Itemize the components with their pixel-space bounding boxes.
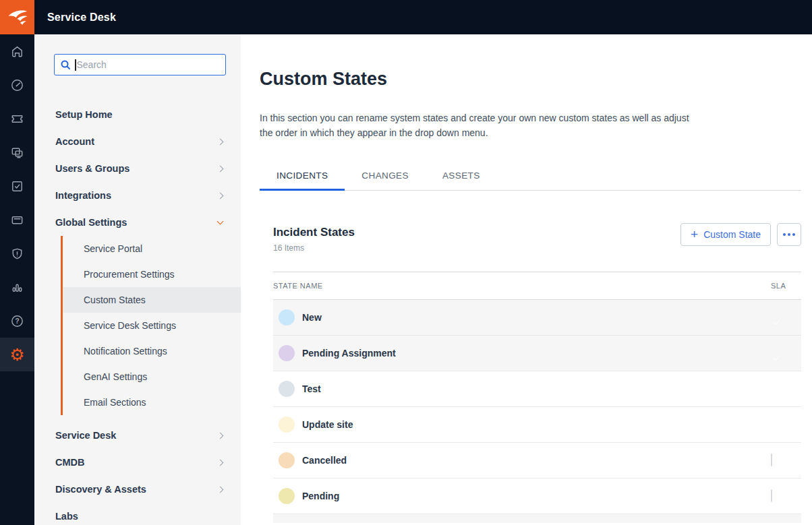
- ellipsis-icon: [783, 233, 786, 236]
- tab-assets[interactable]: ASSETS: [426, 171, 497, 190]
- chevron-icon: [217, 192, 224, 199]
- items-count: 16 Items: [273, 243, 355, 253]
- sidebar-item-procurement-settings[interactable]: Procurement Settings: [63, 261, 241, 287]
- sidebar-item-service-desk-settings[interactable]: Service Desk Settings: [63, 313, 241, 338]
- settings-gear-icon[interactable]: ⚙: [0, 338, 34, 371]
- page-description: In this section you can rename system st…: [260, 111, 691, 140]
- search-icon: [60, 59, 71, 70]
- state-color-dot: [279, 416, 295, 433]
- sidebar-item-users-groups[interactable]: Users & Groups: [34, 155, 241, 182]
- more-actions-button[interactable]: [777, 223, 801, 246]
- sidebar-subitem-label: Service Desk Settings: [84, 320, 176, 331]
- solarwinds-logo[interactable]: [0, 0, 34, 34]
- state-row-pending[interactable]: Pending: [273, 478, 801, 514]
- state-name: Pending: [302, 491, 771, 501]
- chevron-icon: [217, 218, 224, 224]
- search-box[interactable]: [54, 54, 226, 75]
- state-color-dot: [279, 488, 295, 504]
- app-title: Service Desk: [47, 11, 116, 24]
- sidebar-item-label: CMDB: [55, 457, 218, 468]
- help-icon[interactable]: ?: [0, 304, 34, 338]
- state-row-test[interactable]: Test: [273, 371, 801, 407]
- table-header: STATE NAME SLA: [273, 272, 801, 300]
- sidebar-item-label: Discovery & Assets: [55, 484, 218, 495]
- search-input[interactable]: [77, 59, 221, 70]
- sidebar-item-label: Global Settings: [55, 217, 218, 228]
- tab-label: INCIDENTS: [277, 171, 328, 181]
- task-check-icon[interactable]: [0, 169, 34, 203]
- settings-sidebar: Setup Home Account Users & Groups Integr…: [34, 34, 241, 525]
- chevron-icon: [217, 138, 224, 145]
- plus-icon: +: [691, 228, 698, 241]
- sidebar-item-global-settings[interactable]: Global Settings: [34, 209, 241, 236]
- devices-icon[interactable]: [0, 135, 34, 169]
- sidebar-item-custom-states[interactable]: Custom States: [63, 287, 241, 313]
- sidebar-subitem-label: Email Sections: [84, 397, 146, 408]
- text-cursor: [75, 59, 76, 71]
- state-color-dot: [279, 452, 295, 468]
- sidebar-subitem-label: GenAI Settings: [84, 371, 147, 382]
- chevron-icon: [217, 486, 224, 493]
- sidebar-item-label: Labs: [55, 511, 225, 522]
- sidebar-item-account[interactable]: Account: [34, 128, 241, 155]
- column-state-name: STATE NAME: [273, 282, 771, 290]
- main-content: Custom States In this section you can re…: [241, 34, 812, 525]
- state-color-dot: [279, 345, 295, 361]
- sidebar-item-label: Setup Home: [55, 109, 225, 120]
- home-icon[interactable]: [0, 34, 34, 68]
- partial-next-row: [273, 514, 801, 523]
- top-bar: Service Desk: [0, 0, 812, 34]
- svg-text:?: ?: [15, 317, 19, 325]
- chevron-icon: [217, 459, 224, 466]
- tab-label: ASSETS: [442, 171, 480, 181]
- sidebar-item-email-sections[interactable]: Email Sections: [63, 390, 241, 415]
- add-custom-state-button[interactable]: + Custom State: [680, 223, 771, 246]
- sla-checkbox[interactable]: [771, 454, 772, 466]
- sidebar-item-genai-settings[interactable]: GenAI Settings: [63, 364, 241, 390]
- sidebar-item-label: Integrations: [55, 190, 218, 201]
- state-row-cancelled[interactable]: Cancelled: [273, 443, 801, 478]
- sidebar-item-notification-settings[interactable]: Notification Settings: [63, 338, 241, 364]
- sidebar-item-cmdb[interactable]: CMDB: [34, 449, 241, 476]
- state-row-new[interactable]: New: [273, 300, 801, 336]
- section-title: Incident States: [273, 226, 355, 239]
- sidebar-subitem-label: Service Portal: [84, 243, 142, 254]
- state-row-pending-assignment[interactable]: Pending Assignment: [273, 336, 801, 371]
- column-sla: SLA: [771, 282, 801, 290]
- tab-incidents[interactable]: INCIDENTS: [260, 171, 345, 190]
- add-custom-state-label: Custom State: [703, 229, 761, 240]
- state-name: Cancelled: [302, 455, 771, 466]
- sidebar-subitem-label: Custom States: [84, 295, 146, 305]
- chevron-icon: [217, 432, 224, 439]
- sidebar-item-labs[interactable]: Labs: [34, 503, 241, 525]
- tab-label: CHANGES: [361, 171, 409, 181]
- sla-checkbox[interactable]: [771, 489, 772, 502]
- sidebar-item-label: Account: [55, 136, 218, 147]
- sidebar-item-service-desk[interactable]: Service Desk: [34, 422, 241, 449]
- card-icon[interactable]: [0, 203, 34, 237]
- sidebar-item-discovery-assets[interactable]: Discovery & Assets: [34, 476, 241, 503]
- sidebar-item-label: Users & Groups: [55, 163, 218, 174]
- table-body: New Pending Assignment Test Update site …: [273, 300, 801, 514]
- state-row-update-site[interactable]: Update site: [273, 407, 801, 443]
- chevron-icon: [217, 165, 224, 172]
- tab-bar: INCIDENTS CHANGES ASSETS: [260, 171, 801, 191]
- sidebar-item-setup-home[interactable]: Setup Home: [34, 101, 241, 128]
- state-name: New: [302, 312, 771, 323]
- sidebar-nav: Setup Home Account Users & Groups Integr…: [34, 101, 241, 525]
- shield-alert-icon[interactable]: [0, 237, 34, 270]
- state-color-dot: [279, 309, 295, 326]
- states-table: STATE NAME SLA New Pending Assignment Te…: [273, 272, 801, 523]
- state-name: Test: [302, 383, 771, 394]
- gauge-icon[interactable]: [0, 68, 34, 102]
- sidebar-item-integrations[interactable]: Integrations: [34, 182, 241, 209]
- ticket-icon[interactable]: [0, 102, 34, 135]
- sidebar-item-service-portal[interactable]: Service Portal: [63, 236, 241, 261]
- sidebar-subitem-label: Procurement Settings: [84, 269, 175, 280]
- bar-chart-icon[interactable]: [0, 270, 34, 304]
- tab-changes[interactable]: CHANGES: [345, 171, 426, 190]
- sidebar-item-label: Service Desk: [55, 430, 218, 441]
- page-title: Custom States: [260, 68, 801, 90]
- sidebar-subgroup: Service Portal Procurement Settings Cust…: [61, 236, 241, 415]
- incident-states-section: Incident States 16 Items + Custom State: [273, 226, 801, 523]
